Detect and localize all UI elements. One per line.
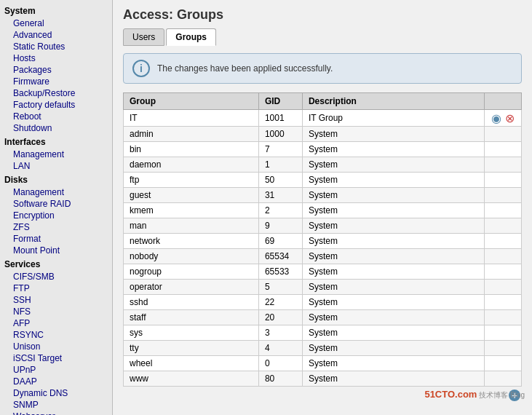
table-row: nobody65534System	[124, 249, 522, 264]
sidebar-item-snmp[interactable]: SNMP	[0, 399, 112, 411]
edit-row-button[interactable]: ◉	[491, 112, 502, 124]
success-message: The changes have been applied successful…	[157, 63, 333, 74]
sidebar-item-reboot[interactable]: Reboot	[0, 111, 112, 122]
col-description: Description	[302, 93, 484, 110]
sidebar-item-firmware[interactable]: Firmware	[0, 76, 112, 87]
cell-actions	[485, 218, 522, 234]
sidebar-item-daap[interactable]: DAAP	[0, 376, 112, 387]
table-row: kmem2System	[124, 203, 522, 218]
tab-users[interactable]: Users	[123, 28, 164, 46]
add-group-button[interactable]: +	[509, 390, 520, 401]
table-row: staff20System	[124, 310, 522, 325]
cell-description: IT Group	[302, 110, 484, 127]
cell-actions	[485, 188, 522, 203]
cell-description: System	[302, 371, 484, 387]
cell-group: IT	[124, 110, 259, 127]
table-row: sys3System	[124, 325, 522, 341]
sidebar-item-dynamic-dns[interactable]: Dynamic DNS	[0, 387, 112, 399]
success-banner: i The changes have been applied successf…	[123, 53, 522, 84]
cell-description: System	[302, 203, 484, 218]
cell-actions	[485, 280, 522, 295]
page-title: Access: Groups	[123, 7, 522, 23]
table-row: tty4System	[124, 341, 522, 356]
sidebar-item-encryption[interactable]: Encryption	[0, 210, 112, 221]
sidebar-section-services: Services	[0, 256, 112, 271]
cell-actions	[485, 157, 522, 173]
cell-gid: 7	[258, 142, 302, 157]
table-row: wheel0System	[124, 356, 522, 371]
cell-group: kmem	[124, 203, 259, 218]
sidebar-item-factory-defaults[interactable]: Factory defaults	[0, 99, 112, 111]
delete-row-button[interactable]: ⊗	[504, 112, 515, 124]
cell-actions	[485, 173, 522, 188]
cell-actions	[485, 127, 522, 142]
sidebar-item-nfs[interactable]: NFS	[0, 306, 112, 317]
cell-group: ftp	[124, 173, 259, 188]
cell-gid: 3	[258, 325, 302, 341]
cell-gid: 9	[258, 218, 302, 234]
info-icon: i	[132, 60, 150, 77]
sidebar-item-webserver[interactable]: Webserver	[0, 411, 112, 415]
cell-description: System	[302, 310, 484, 325]
col-group: Group	[124, 93, 259, 110]
cell-description: System	[302, 280, 484, 295]
table-row: guest31System	[124, 188, 522, 203]
col-gid: GID	[258, 93, 302, 110]
table-row: sshd22System	[124, 295, 522, 310]
sidebar-item-hosts[interactable]: Hosts	[0, 52, 112, 64]
cell-group: tty	[124, 341, 259, 356]
table-row: daemon1System	[124, 157, 522, 173]
cell-gid: 69	[258, 234, 302, 249]
sidebar-item-rsync[interactable]: RSYNC	[0, 329, 112, 341]
sidebar-item-backup-restore[interactable]: Backup/Restore	[0, 87, 112, 99]
cell-description: System	[302, 142, 484, 157]
cell-group: www	[124, 371, 259, 387]
sidebar-item-ssh[interactable]: SSH	[0, 294, 112, 306]
sidebar-item-general[interactable]: General	[0, 17, 112, 29]
sidebar-item-cifs-smb[interactable]: CIFS/SMB	[0, 271, 112, 282]
cell-gid: 50	[258, 173, 302, 188]
sidebar-item-mount-point[interactable]: Mount Point	[0, 245, 112, 256]
sidebar-item-management[interactable]: Management	[0, 186, 112, 198]
sidebar-item-software-raid[interactable]: Software RAID	[0, 198, 112, 210]
cell-description: System	[302, 249, 484, 264]
cell-group: operator	[124, 280, 259, 295]
cell-group: bin	[124, 142, 259, 157]
sidebar-item-unison[interactable]: Unison	[0, 341, 112, 352]
tab-groups[interactable]: Groups	[166, 28, 216, 46]
cell-actions	[485, 371, 522, 387]
sidebar-item-format[interactable]: Format	[0, 233, 112, 245]
cell-actions	[485, 203, 522, 218]
cell-actions	[485, 325, 522, 341]
cell-group: staff	[124, 310, 259, 325]
sidebar-item-packages[interactable]: Packages	[0, 64, 112, 76]
sidebar-item-upnp[interactable]: UPnP	[0, 364, 112, 376]
sidebar: SystemGeneralAdvancedStatic RoutesHostsP…	[0, 0, 113, 415]
cell-description: System	[302, 157, 484, 173]
cell-actions	[485, 234, 522, 249]
cell-description: System	[302, 356, 484, 371]
cell-gid: 80	[258, 371, 302, 387]
sidebar-item-ftp[interactable]: FTP	[0, 282, 112, 294]
sidebar-item-lan[interactable]: LAN	[0, 160, 112, 172]
sidebar-item-afp[interactable]: AFP	[0, 317, 112, 329]
table-row: admin1000System	[124, 127, 522, 142]
cell-actions	[485, 142, 522, 157]
sidebar-item-shutdown[interactable]: Shutdown	[0, 122, 112, 134]
cell-actions	[485, 249, 522, 264]
table-row: ftp50System	[124, 173, 522, 188]
cell-gid: 1	[258, 157, 302, 173]
sidebar-item-zfs[interactable]: ZFS	[0, 221, 112, 233]
sidebar-item-advanced[interactable]: Advanced	[0, 29, 112, 41]
table-row: operator5System	[124, 280, 522, 295]
cell-group: sys	[124, 325, 259, 341]
cell-gid: 2	[258, 203, 302, 218]
sidebar-item-management[interactable]: Management	[0, 149, 112, 160]
cell-actions	[485, 356, 522, 371]
sidebar-item-iscsi-target[interactable]: iSCSI Target	[0, 352, 112, 364]
cell-group: man	[124, 218, 259, 234]
cell-gid: 4	[258, 341, 302, 356]
cell-gid: 1001	[258, 110, 302, 127]
sidebar-item-static-routes[interactable]: Static Routes	[0, 41, 112, 52]
cell-description: System	[302, 264, 484, 280]
